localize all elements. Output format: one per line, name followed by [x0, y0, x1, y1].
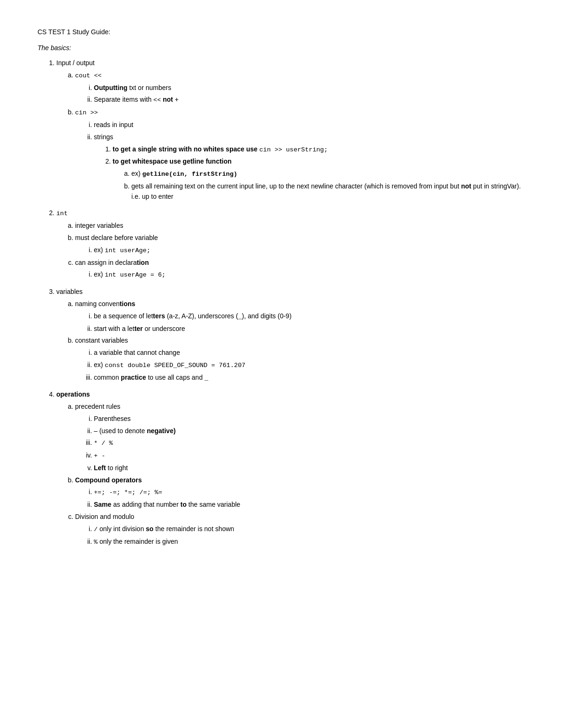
- list-item-4a-v: Left to right: [94, 463, 525, 473]
- item-1a-ii-label: Separate items with << not +: [94, 96, 179, 103]
- list-item-1: Input / output cout << Outputting txt or…: [56, 58, 525, 202]
- list-item-4a-i: Parentheses: [94, 414, 525, 424]
- list-item-1a: cout << Outputting txt or numbers Separa…: [75, 70, 525, 106]
- list-item-1b: cin >> reads in input strings to get a s…: [75, 107, 525, 202]
- list-item-4c-sub: / only int division so the remainder is …: [75, 524, 525, 548]
- item-1b-ii-2b-label: gets all remaining text on the current i…: [131, 182, 521, 200]
- item-4a-v-label: Left to right: [94, 464, 128, 472]
- item-4a-ii-label: – (used to denote negative): [94, 427, 175, 435]
- page-container: CS TEST 1 Study Guide: The basics: Input…: [38, 28, 525, 548]
- list-item-2c-sub: ex) int userAge = 6;: [75, 270, 525, 280]
- item-1b-ii-label: strings: [94, 133, 113, 141]
- main-list: Input / output cout << Outputting txt or…: [38, 58, 525, 548]
- list-item-3b: constant variables a variable that canno…: [75, 336, 525, 383]
- item-1a-label: cout <<: [75, 72, 102, 79]
- item-1b-ii-1-label: to get a single string with no whites sp…: [113, 145, 328, 153]
- item-3b-i-label: a variable that cannot change: [94, 349, 180, 356]
- item-2b-i-label: ex) int userAge;: [94, 246, 151, 254]
- list-item-2c: can assign in declaration ex) int userAg…: [75, 258, 525, 281]
- item-4b-label: Compound operators: [75, 476, 142, 484]
- list-item-4: operations precedent rules Parentheses –…: [56, 390, 525, 547]
- list-item-2b-sub: ex) int userAge;: [75, 245, 525, 256]
- item-3-label: variables: [56, 288, 83, 295]
- item-4a-iii-label: * / %: [94, 440, 113, 447]
- item-4c-label: Division and modulo: [75, 513, 134, 520]
- list-item-3a: naming conventions be a sequence of lett…: [75, 299, 525, 334]
- list-item-4c-i: / only int division so the remainder is …: [94, 524, 525, 535]
- item-4a-iv-label: + -: [94, 452, 105, 459]
- item-1b-ii-2-label: to get whitespace use getline function: [113, 158, 232, 165]
- list-item-1b-ii-2b: gets all remaining text on the current i…: [131, 181, 525, 202]
- item-3b-ii-label: ex) const double SPEED_OF_SOUND = 761.20…: [94, 361, 245, 368]
- item-4c-i-label: / only int division so the remainder is …: [94, 525, 234, 533]
- list-item-2b: must declare before variable ex) int use…: [75, 233, 525, 256]
- list-item-3a-ii: start with a letter or underscore: [94, 324, 525, 334]
- item-3a-ii-label: start with a letter or underscore: [94, 325, 185, 332]
- list-item-1b-ii-2a: ex) getline(cin, firstString): [131, 169, 525, 180]
- list-item-3a-i: be a sequence of letters (a-z, A-Z), und…: [94, 311, 525, 322]
- item-1a-i-label: Outputting txt or numbers: [94, 84, 171, 91]
- list-item-1b-ii-sub: to get a single string with no whites sp…: [94, 144, 525, 202]
- list-item-3b-iii: common practice to use all caps and _: [94, 373, 525, 383]
- list-item-1a-i: Outputting txt or numbers: [94, 83, 525, 93]
- list-item-4a-iii: * / %: [94, 438, 525, 449]
- list-item-1b-ii-2-sub: ex) getline(cin, firstString) gets all r…: [113, 169, 525, 202]
- list-item-4c-ii: % only the remainder is given: [94, 537, 525, 548]
- list-item-3b-i: a variable that cannot change: [94, 348, 525, 358]
- list-item-4b: Compound operators +=; -=; *=; /=; %= Sa…: [75, 475, 525, 510]
- item-4b-ii-label: Same as adding that number to the same v…: [94, 501, 240, 508]
- item-1-label: Input / output: [56, 59, 95, 67]
- list-item-1-sub: cout << Outputting txt or numbers Separa…: [56, 70, 525, 202]
- list-item-1a-sub: Outputting txt or numbers Separate items…: [75, 83, 525, 106]
- item-2-label: int: [56, 210, 68, 217]
- list-item-1b-ii-2: to get whitespace use getline function e…: [113, 157, 525, 202]
- item-4a-label: precedent rules: [75, 403, 121, 410]
- list-item-2-sub: integer variables must declare before va…: [56, 221, 525, 280]
- list-item-3a-sub: be a sequence of letters (a-z, A-Z), und…: [75, 311, 525, 334]
- item-2a-label: integer variables: [75, 222, 123, 229]
- list-item-3: variables naming conventions be a sequen…: [56, 287, 525, 383]
- list-item-1a-ii: Separate items with << not +: [94, 95, 525, 105]
- list-item-3b-ii: ex) const double SPEED_OF_SOUND = 761.20…: [94, 360, 525, 371]
- item-2c-i-label: ex) int userAge = 6;: [94, 270, 166, 278]
- list-item-4c: Division and modulo / only int division …: [75, 512, 525, 548]
- list-item-4b-sub: +=; -=; *=; /=; %= Same as adding that n…: [75, 487, 525, 510]
- item-2c-label: can assign in declaration: [75, 259, 149, 266]
- item-4a-i-label: Parentheses: [94, 415, 131, 422]
- list-item-2c-i: ex) int userAge = 6;: [94, 270, 525, 280]
- item-4b-i-label: +=; -=; *=; /=; %=: [94, 489, 162, 496]
- list-item-2: int integer variables must declare befor…: [56, 208, 525, 280]
- list-item-1b-ii: strings to get a single string with no w…: [94, 132, 525, 202]
- item-4c-ii-label: % only the remainder is given: [94, 538, 178, 545]
- list-item-2b-i: ex) int userAge;: [94, 245, 525, 256]
- list-item-1b-ii-1: to get a single string with no whites sp…: [113, 144, 525, 155]
- list-item-3-sub: naming conventions be a sequence of lett…: [56, 299, 525, 383]
- item-2b-label: must declare before variable: [75, 234, 158, 241]
- list-item-4a: precedent rules Parentheses – (used to d…: [75, 402, 525, 473]
- item-1b-ii-2a-label: ex) getline(cin, firstString): [131, 170, 237, 177]
- list-item-1b-i: reads in input: [94, 120, 525, 130]
- item-3b-label: constant variables: [75, 337, 128, 344]
- item-4-label: operations: [56, 390, 90, 398]
- item-3b-iii-label: common practice to use all caps and _: [94, 374, 208, 381]
- page-title: CS TEST 1 Study Guide:: [38, 28, 525, 36]
- list-item-4b-ii: Same as adding that number to the same v…: [94, 500, 525, 510]
- list-item-3b-sub: a variable that cannot change ex) const …: [75, 348, 525, 383]
- list-item-1b-sub: reads in input strings to get a single s…: [75, 120, 525, 202]
- list-item-4-sub: precedent rules Parentheses – (used to d…: [56, 402, 525, 547]
- item-3a-i-label: be a sequence of letters (a-z, A-Z), und…: [94, 312, 291, 320]
- list-item-4a-ii: – (used to denote negative): [94, 426, 525, 436]
- item-1b-label: cin >>: [75, 109, 98, 116]
- item-1b-i-label: reads in input: [94, 121, 133, 128]
- list-item-4a-sub: Parentheses – (used to denote negative) …: [75, 414, 525, 473]
- section-title: The basics:: [38, 44, 525, 52]
- list-item-2a: integer variables: [75, 221, 525, 231]
- list-item-4a-iv: + -: [94, 450, 525, 461]
- list-item-4b-i: +=; -=; *=; /=; %=: [94, 487, 525, 498]
- item-3a-label: naming conventions: [75, 300, 135, 308]
